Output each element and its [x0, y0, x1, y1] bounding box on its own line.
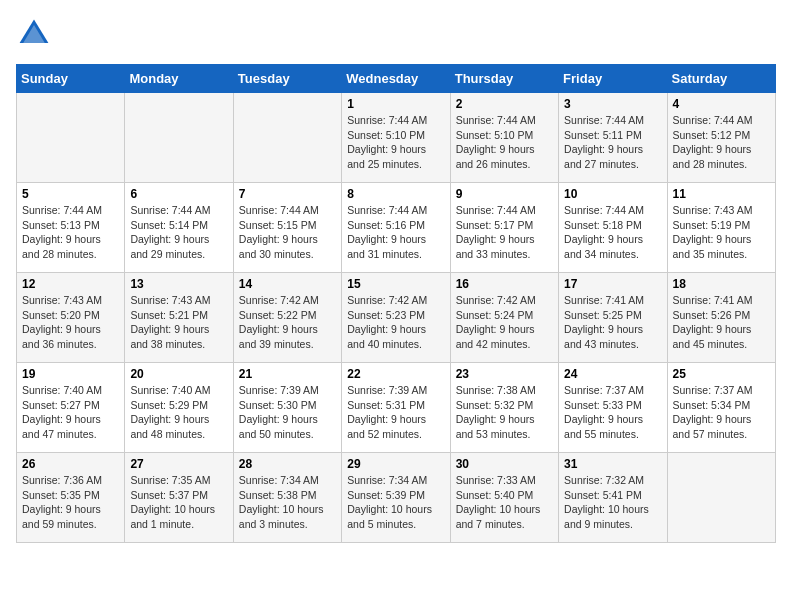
day-number: 7 [239, 187, 336, 201]
day-info: Sunrise: 7:44 AMSunset: 5:10 PMDaylight:… [456, 113, 553, 172]
day-number: 3 [564, 97, 661, 111]
day-number: 22 [347, 367, 444, 381]
day-info: Sunrise: 7:43 AMSunset: 5:19 PMDaylight:… [673, 203, 770, 262]
day-number: 14 [239, 277, 336, 291]
day-number: 31 [564, 457, 661, 471]
day-info: Sunrise: 7:33 AMSunset: 5:40 PMDaylight:… [456, 473, 553, 532]
day-info: Sunrise: 7:44 AMSunset: 5:13 PMDaylight:… [22, 203, 119, 262]
day-number: 12 [22, 277, 119, 291]
day-info: Sunrise: 7:43 AMSunset: 5:20 PMDaylight:… [22, 293, 119, 352]
day-info: Sunrise: 7:34 AMSunset: 5:38 PMDaylight:… [239, 473, 336, 532]
calendar-week-3: 12 Sunrise: 7:43 AMSunset: 5:20 PMDaylig… [17, 273, 776, 363]
day-info: Sunrise: 7:35 AMSunset: 5:37 PMDaylight:… [130, 473, 227, 532]
calendar-cell: 22 Sunrise: 7:39 AMSunset: 5:31 PMDaylig… [342, 363, 450, 453]
day-info: Sunrise: 7:44 AMSunset: 5:17 PMDaylight:… [456, 203, 553, 262]
calendar-cell: 8 Sunrise: 7:44 AMSunset: 5:16 PMDayligh… [342, 183, 450, 273]
calendar-cell [125, 93, 233, 183]
day-info: Sunrise: 7:44 AMSunset: 5:10 PMDaylight:… [347, 113, 444, 172]
day-number: 9 [456, 187, 553, 201]
day-info: Sunrise: 7:44 AMSunset: 5:16 PMDaylight:… [347, 203, 444, 262]
calendar-cell: 7 Sunrise: 7:44 AMSunset: 5:15 PMDayligh… [233, 183, 341, 273]
day-info: Sunrise: 7:44 AMSunset: 5:18 PMDaylight:… [564, 203, 661, 262]
calendar-week-1: 1 Sunrise: 7:44 AMSunset: 5:10 PMDayligh… [17, 93, 776, 183]
calendar-cell: 27 Sunrise: 7:35 AMSunset: 5:37 PMDaylig… [125, 453, 233, 543]
day-number: 16 [456, 277, 553, 291]
day-number: 17 [564, 277, 661, 291]
day-info: Sunrise: 7:34 AMSunset: 5:39 PMDaylight:… [347, 473, 444, 532]
day-info: Sunrise: 7:39 AMSunset: 5:31 PMDaylight:… [347, 383, 444, 442]
header-row: SundayMondayTuesdayWednesdayThursdayFrid… [17, 65, 776, 93]
calendar-cell: 19 Sunrise: 7:40 AMSunset: 5:27 PMDaylig… [17, 363, 125, 453]
calendar-cell: 30 Sunrise: 7:33 AMSunset: 5:40 PMDaylig… [450, 453, 558, 543]
calendar-header: SundayMondayTuesdayWednesdayThursdayFrid… [17, 65, 776, 93]
day-number: 4 [673, 97, 770, 111]
day-number: 18 [673, 277, 770, 291]
logo [16, 16, 58, 52]
day-header-friday: Friday [559, 65, 667, 93]
calendar-cell: 3 Sunrise: 7:44 AMSunset: 5:11 PMDayligh… [559, 93, 667, 183]
day-info: Sunrise: 7:44 AMSunset: 5:12 PMDaylight:… [673, 113, 770, 172]
day-number: 1 [347, 97, 444, 111]
day-info: Sunrise: 7:42 AMSunset: 5:23 PMDaylight:… [347, 293, 444, 352]
day-header-wednesday: Wednesday [342, 65, 450, 93]
calendar-cell: 5 Sunrise: 7:44 AMSunset: 5:13 PMDayligh… [17, 183, 125, 273]
day-info: Sunrise: 7:38 AMSunset: 5:32 PMDaylight:… [456, 383, 553, 442]
calendar-cell: 13 Sunrise: 7:43 AMSunset: 5:21 PMDaylig… [125, 273, 233, 363]
calendar-cell: 1 Sunrise: 7:44 AMSunset: 5:10 PMDayligh… [342, 93, 450, 183]
calendar-cell: 20 Sunrise: 7:40 AMSunset: 5:29 PMDaylig… [125, 363, 233, 453]
day-info: Sunrise: 7:44 AMSunset: 5:11 PMDaylight:… [564, 113, 661, 172]
day-number: 25 [673, 367, 770, 381]
day-header-monday: Monday [125, 65, 233, 93]
day-number: 20 [130, 367, 227, 381]
day-number: 19 [22, 367, 119, 381]
day-number: 30 [456, 457, 553, 471]
calendar-cell: 26 Sunrise: 7:36 AMSunset: 5:35 PMDaylig… [17, 453, 125, 543]
calendar-cell: 25 Sunrise: 7:37 AMSunset: 5:34 PMDaylig… [667, 363, 775, 453]
day-info: Sunrise: 7:44 AMSunset: 5:15 PMDaylight:… [239, 203, 336, 262]
day-info: Sunrise: 7:39 AMSunset: 5:30 PMDaylight:… [239, 383, 336, 442]
day-number: 29 [347, 457, 444, 471]
calendar-cell: 14 Sunrise: 7:42 AMSunset: 5:22 PMDaylig… [233, 273, 341, 363]
calendar-week-5: 26 Sunrise: 7:36 AMSunset: 5:35 PMDaylig… [17, 453, 776, 543]
day-number: 23 [456, 367, 553, 381]
calendar-cell [17, 93, 125, 183]
calendar-cell: 28 Sunrise: 7:34 AMSunset: 5:38 PMDaylig… [233, 453, 341, 543]
day-number: 26 [22, 457, 119, 471]
calendar-cell [667, 453, 775, 543]
day-number: 15 [347, 277, 444, 291]
calendar-week-4: 19 Sunrise: 7:40 AMSunset: 5:27 PMDaylig… [17, 363, 776, 453]
day-info: Sunrise: 7:32 AMSunset: 5:41 PMDaylight:… [564, 473, 661, 532]
logo-icon [16, 16, 52, 52]
day-info: Sunrise: 7:40 AMSunset: 5:27 PMDaylight:… [22, 383, 119, 442]
day-number: 13 [130, 277, 227, 291]
day-header-saturday: Saturday [667, 65, 775, 93]
day-header-tuesday: Tuesday [233, 65, 341, 93]
calendar-cell: 16 Sunrise: 7:42 AMSunset: 5:24 PMDaylig… [450, 273, 558, 363]
calendar-cell: 9 Sunrise: 7:44 AMSunset: 5:17 PMDayligh… [450, 183, 558, 273]
calendar-cell: 18 Sunrise: 7:41 AMSunset: 5:26 PMDaylig… [667, 273, 775, 363]
calendar-cell: 6 Sunrise: 7:44 AMSunset: 5:14 PMDayligh… [125, 183, 233, 273]
calendar-cell: 31 Sunrise: 7:32 AMSunset: 5:41 PMDaylig… [559, 453, 667, 543]
day-info: Sunrise: 7:42 AMSunset: 5:24 PMDaylight:… [456, 293, 553, 352]
calendar-cell: 10 Sunrise: 7:44 AMSunset: 5:18 PMDaylig… [559, 183, 667, 273]
calendar-cell: 24 Sunrise: 7:37 AMSunset: 5:33 PMDaylig… [559, 363, 667, 453]
day-info: Sunrise: 7:42 AMSunset: 5:22 PMDaylight:… [239, 293, 336, 352]
day-info: Sunrise: 7:37 AMSunset: 5:34 PMDaylight:… [673, 383, 770, 442]
day-number: 5 [22, 187, 119, 201]
day-info: Sunrise: 7:36 AMSunset: 5:35 PMDaylight:… [22, 473, 119, 532]
day-number: 10 [564, 187, 661, 201]
day-info: Sunrise: 7:40 AMSunset: 5:29 PMDaylight:… [130, 383, 227, 442]
day-header-thursday: Thursday [450, 65, 558, 93]
day-info: Sunrise: 7:41 AMSunset: 5:25 PMDaylight:… [564, 293, 661, 352]
calendar-cell: 11 Sunrise: 7:43 AMSunset: 5:19 PMDaylig… [667, 183, 775, 273]
page-header [16, 16, 776, 52]
calendar-cell: 15 Sunrise: 7:42 AMSunset: 5:23 PMDaylig… [342, 273, 450, 363]
day-info: Sunrise: 7:41 AMSunset: 5:26 PMDaylight:… [673, 293, 770, 352]
day-number: 24 [564, 367, 661, 381]
calendar-cell: 29 Sunrise: 7:34 AMSunset: 5:39 PMDaylig… [342, 453, 450, 543]
calendar-cell: 23 Sunrise: 7:38 AMSunset: 5:32 PMDaylig… [450, 363, 558, 453]
calendar-cell: 17 Sunrise: 7:41 AMSunset: 5:25 PMDaylig… [559, 273, 667, 363]
calendar-cell: 4 Sunrise: 7:44 AMSunset: 5:12 PMDayligh… [667, 93, 775, 183]
calendar-body: 1 Sunrise: 7:44 AMSunset: 5:10 PMDayligh… [17, 93, 776, 543]
day-info: Sunrise: 7:37 AMSunset: 5:33 PMDaylight:… [564, 383, 661, 442]
